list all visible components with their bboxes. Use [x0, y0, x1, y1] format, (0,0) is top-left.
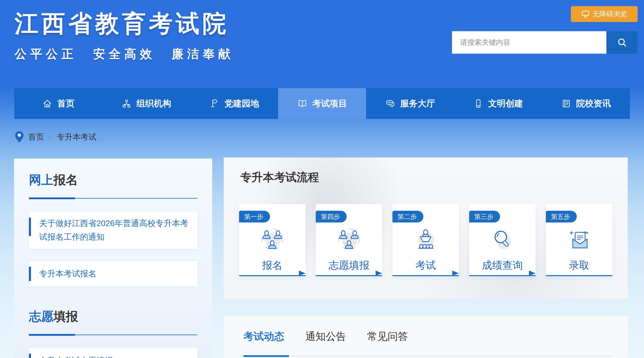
- link-accent-bar: [29, 218, 31, 236]
- step-card-registration[interactable]: 第一步 报名: [239, 204, 306, 276]
- breadcrumb-current: 专升本考试: [57, 132, 96, 142]
- section-divider: [29, 334, 197, 336]
- step-label: 报名: [239, 258, 306, 272]
- monitor-icon: [582, 10, 589, 18]
- section-title-rest: 填报: [53, 310, 78, 323]
- nav-item-label: 考试项目: [312, 98, 347, 109]
- process-title: 专升本考试流程: [240, 170, 319, 185]
- section-title-accent: 网上: [29, 173, 53, 187]
- main-nav: 首页 组织机构 党建园地 考试项目: [14, 88, 630, 119]
- nav-item-party-building[interactable]: 党建园地: [190, 88, 278, 119]
- breadcrumb: 首页 > 专升本考试: [15, 131, 96, 143]
- org-chart-icon: [121, 98, 132, 109]
- site-logo[interactable]: 江西省教育考试院 公平公正 安全高效 廉洁奉献: [15, 8, 234, 62]
- step-label: 成绩查询: [469, 258, 536, 272]
- sidebar: 网上报名 关于做好江西省2026年普通高校专升本考试报名工作的通知 专升本考试报…: [14, 159, 212, 358]
- step-label: 考试: [392, 258, 459, 272]
- step-card-volunteer[interactable]: 第四步 志愿填报: [316, 204, 382, 276]
- nav-item-home[interactable]: 首页: [14, 88, 102, 119]
- nav-item-service-hall[interactable]: 服务大厅: [366, 88, 454, 119]
- location-pin-icon: [15, 131, 24, 143]
- journal-icon: [561, 98, 571, 109]
- step-label: 录取: [546, 258, 612, 272]
- tab-faq[interactable]: 常见问答: [367, 329, 408, 343]
- admission-letter-icon: [565, 226, 593, 254]
- step-badge: 第一步: [239, 211, 270, 222]
- sidebar-link-exam-registration[interactable]: 专升本考试报名: [39, 267, 190, 281]
- applicants-group-icon: [258, 226, 287, 254]
- news-tabs: 考试动态 通知公告 常见问答: [243, 329, 408, 343]
- chat-bubble-icon: [385, 98, 396, 109]
- sidebar-link-card[interactable]: 关于做好江西省2026年普通高校专升本考试报名工作的通知: [29, 211, 197, 249]
- step-card-admission[interactable]: 第五步 录取: [546, 204, 612, 276]
- search-bar: [452, 31, 638, 54]
- sidebar-link-registration-notice[interactable]: 关于做好江西省2026年普通高校专升本考试报名工作的通知: [39, 217, 190, 244]
- sidebar-section-title-volunteer: 志愿填报: [29, 308, 197, 325]
- step-card-exam[interactable]: 第二步 考试: [392, 204, 459, 276]
- sidebar-link-volunteer-filling[interactable]: 专升本考试志愿填报: [39, 354, 190, 358]
- nav-item-label: 服务大厅: [400, 98, 435, 109]
- step-badge: 第二步: [392, 211, 423, 222]
- accessibility-label: 无障碍浏览: [593, 9, 627, 19]
- active-tab-indicator: [243, 355, 289, 357]
- exam-podium-icon: [411, 226, 440, 254]
- nav-item-exam-projects[interactable]: 考试项目: [278, 88, 366, 119]
- site-slogan: 公平公正 安全高效 廉洁奉献: [15, 46, 234, 62]
- news-panel: 考试动态 通知公告 常见问答: [224, 316, 628, 358]
- flag-icon: [209, 98, 220, 109]
- site-title: 江西省教育考试院: [15, 8, 234, 40]
- section-title-accent: 志愿: [29, 310, 53, 323]
- home-icon: [42, 98, 52, 109]
- process-panel: 专升本考试流程 第一步 报名 第四步 志愿填报 第二步: [224, 158, 628, 299]
- search-button[interactable]: [606, 31, 638, 54]
- step-badge: 第三步: [469, 211, 500, 222]
- score-search-icon: [488, 226, 517, 254]
- sidebar-link-card[interactable]: 专升本考试报名: [29, 261, 197, 286]
- breadcrumb-home-link[interactable]: 首页: [28, 132, 44, 142]
- nav-item-organization[interactable]: 组织机构: [102, 88, 190, 119]
- sidebar-section-title-online-registration: 网上报名: [29, 172, 197, 188]
- tab-underline: [243, 356, 612, 356]
- breadcrumb-separator: >: [48, 132, 53, 142]
- step-badge: 第四步: [316, 211, 347, 222]
- nav-item-college-news[interactable]: 院校资讯: [542, 88, 630, 119]
- section-divider: [29, 197, 197, 199]
- link-accent-bar: [29, 354, 31, 358]
- search-input[interactable]: [452, 31, 606, 54]
- nav-item-label: 党建园地: [224, 98, 259, 109]
- applicants-group-icon: [335, 226, 363, 254]
- nav-item-label: 文明创建: [488, 98, 523, 109]
- step-card-score-query[interactable]: 第三步 成绩查询: [469, 204, 536, 276]
- link-accent-bar: [29, 267, 31, 281]
- accessibility-button[interactable]: 无障碍浏览: [571, 6, 638, 22]
- step-label: 志愿填报: [316, 258, 382, 272]
- nav-item-label: 组织机构: [137, 98, 171, 109]
- search-icon: [617, 37, 627, 48]
- nav-item-label: 首页: [57, 98, 75, 109]
- open-book-icon: [297, 98, 308, 109]
- step-badge: 第五步: [546, 211, 577, 222]
- sidebar-link-card[interactable]: 专升本考试志愿填报: [29, 348, 197, 358]
- tab-notices[interactable]: 通知公告: [305, 329, 346, 343]
- nav-item-label: 院校资讯: [576, 98, 611, 109]
- section-title-rest: 报名: [53, 173, 78, 187]
- process-steps: 第一步 报名 第四步 志愿填报 第二步: [239, 204, 612, 276]
- nav-item-civilization[interactable]: 文明创建: [454, 88, 542, 119]
- phone-icon: [473, 98, 483, 109]
- tab-exam-news[interactable]: 考试动态: [243, 329, 284, 343]
